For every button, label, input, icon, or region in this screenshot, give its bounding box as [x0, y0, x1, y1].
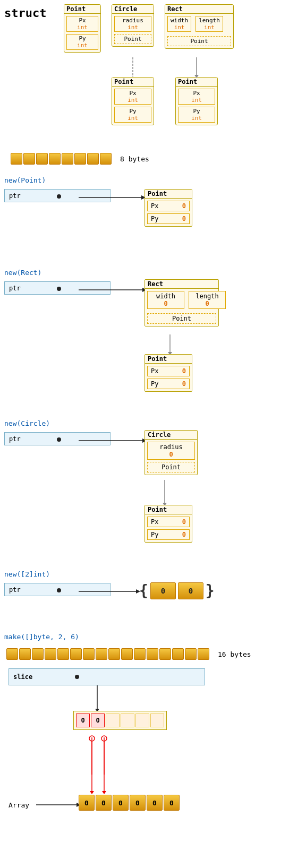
byte-cell-3 [36, 153, 48, 165]
make-byte-cell-12 [147, 648, 158, 660]
new-rect-node-title: Rect [145, 280, 218, 289]
struct-point-title: Point [64, 5, 100, 14]
make-section: make([]byte, 2, 6) 16 bytes slice [0, 631, 306, 824]
struct-rect-box: Rect width int length int Point [165, 4, 234, 49]
struct-circle-point-expanded: Point Px int Py int [112, 77, 154, 125]
make-byte-cells-16 [6, 648, 209, 660]
bytes-label-8: 8 bytes [120, 155, 149, 163]
struct-point-box: Point Px int Py int [64, 4, 101, 53]
new-circle-ptr-label: ptr [9, 435, 21, 443]
struct-circle-point-py: Py int [114, 107, 151, 123]
new-rect-node-width: width 0 [147, 291, 184, 309]
make-byte-cell-16 [198, 648, 209, 660]
struct-label: struct [4, 6, 46, 20]
new-circle-point-py: Py 0 [147, 529, 190, 540]
new-rect-ptr-dot [57, 287, 61, 291]
new-point-ptr-label: ptr [9, 192, 21, 200]
new-circle-point-title: Point [145, 505, 192, 514]
make-byte-cell-5 [57, 648, 69, 660]
make-byte-cell-15 [185, 648, 197, 660]
new-circle-ptr-row: ptr [4, 432, 110, 445]
byte-cell-6 [74, 153, 86, 165]
make-bytes-label: 16 bytes [218, 650, 251, 658]
svg-point-20 [101, 736, 107, 741]
new-rect-ptr-row: ptr [4, 281, 110, 295]
make-byte-cell-6 [70, 648, 82, 660]
svg-marker-22 [90, 791, 94, 794]
slice-cell-1: 0 [91, 714, 105, 727]
make-byte-cell-8 [96, 648, 107, 660]
new-circle-point-node: Point Px 0 Py 0 [144, 505, 192, 543]
byte-cell-5 [62, 153, 73, 165]
slice-faded-cell-3 [135, 714, 149, 727]
arr-cell-1: 0 [178, 582, 203, 599]
struct-circle-box: Circle radius int Point [112, 4, 154, 47]
byte-cell-1 [11, 153, 22, 165]
new-circle-ptr-box: ptr [4, 432, 110, 445]
struct-point-py: Py int [66, 34, 98, 50]
new-rect-node: Rect width 0 length 0 Point [144, 279, 219, 326]
struct-rect-title: Rect [165, 5, 233, 14]
svg-point-19 [89, 736, 95, 741]
make-bytes-row: 16 bytes [4, 644, 302, 664]
new-2int-section: new([2]int) ptr { 0 0 } [0, 568, 306, 626]
struct-rect-point-py: Py int [178, 107, 215, 123]
new-circle-point-px: Px 0 [147, 517, 190, 527]
byte-cells-8 [11, 153, 112, 165]
struct-circle-title: Circle [112, 5, 154, 14]
struct-rect-length: length int [196, 16, 223, 32]
new-point-node-title: Point [145, 190, 192, 199]
arr-bottom-2: 0 [113, 795, 129, 811]
arr-bottom-0: 0 [79, 795, 95, 811]
struct-rect-point-px: Px int [178, 89, 215, 105]
slice-faded-cell-4 [150, 714, 164, 727]
new-rect-point-px: Px 0 [147, 366, 190, 376]
bytes-row: 8 bytes [0, 149, 306, 169]
new-point-section: new(Point) ptr Point Px 0 Py 0 [0, 174, 306, 264]
slice-label: slice [13, 673, 32, 681]
new-2int-ptr-row: ptr [4, 583, 110, 596]
new-circle-ptr-dot [57, 437, 61, 442]
new-point-ptr-row: ptr [4, 189, 110, 202]
new-point-node-py: Py 0 [147, 213, 190, 224]
byte-cell-2 [23, 153, 35, 165]
new-rect-point-title: Point [145, 355, 192, 364]
arr-bottom-3: 0 [130, 795, 146, 811]
make-byte-cell-14 [172, 648, 184, 660]
slice-ptr-dot [75, 675, 79, 679]
make-byte-cell-10 [121, 648, 133, 660]
make-slice-box: slice [8, 668, 205, 685]
new-rect-node-length: length 0 [189, 291, 226, 309]
new-2int-label: new([2]int) [4, 570, 302, 578]
struct-point-px: Px int [66, 16, 98, 32]
make-byte-cell-2 [19, 648, 31, 660]
svg-marker-24 [102, 791, 106, 794]
make-byte-cell-4 [45, 648, 56, 660]
new-circle-node-radius: radius 0 [147, 442, 195, 460]
new-2int-array: { 0 0 } [139, 582, 215, 599]
new-2int-ptr-dot [57, 588, 61, 592]
struct-circle-point-title: Point [112, 78, 154, 87]
new-rect-ptr-label: ptr [9, 285, 21, 292]
array-label: Array [8, 801, 29, 809]
new-circle-node-title: Circle [145, 431, 197, 440]
new-circle-node: Circle radius 0 Point [144, 430, 198, 475]
struct-rect-point-title: Point [176, 78, 217, 87]
arr-bottom-1: 0 [96, 795, 112, 811]
new-rect-point-node: Point Px 0 Py 0 [144, 354, 192, 392]
new-point-ptr-box: ptr [4, 189, 110, 202]
new-circle-label: new(Circle) [4, 419, 302, 427]
struct-rect-point-expanded: Point Px int Py int [175, 77, 218, 125]
struct-circle-point-ref: Point [114, 34, 151, 44]
slice-cell-0: 0 [76, 714, 90, 727]
arr-bottom-5: 0 [164, 795, 180, 811]
byte-cell-8 [100, 153, 112, 165]
make-byte-cell-3 [32, 648, 44, 660]
make-byte-cell-1 [6, 648, 18, 660]
make-lower-section: slice 0 0 [4, 668, 302, 822]
new-point-ptr-dot [57, 194, 61, 199]
new-rect-label: new(Rect) [4, 269, 302, 277]
make-byte-cell-9 [108, 648, 120, 660]
make-byte-cell-11 [134, 648, 146, 660]
new-2int-ptr-label: ptr [9, 586, 21, 594]
